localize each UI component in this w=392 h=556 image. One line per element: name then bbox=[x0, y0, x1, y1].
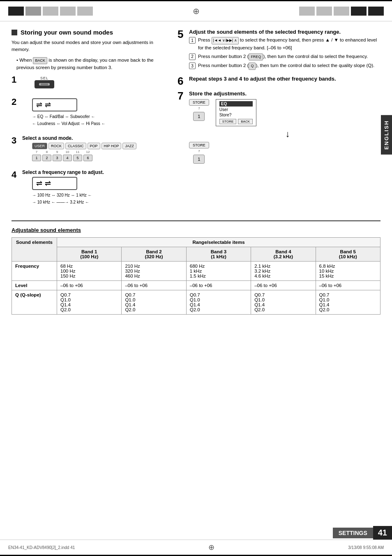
bottom-bar-left: EN34-41_KD-ADV8490[J]_2.indd 41 bbox=[8, 545, 75, 550]
freq-icon: FREQ bbox=[249, 53, 263, 61]
num-row-labels: 7 8 9 10 11 12 bbox=[32, 150, 168, 154]
step-4: 4 Select a frequency range to adjust. ⇌ … bbox=[12, 169, 168, 210]
adj-heading: Adjustable sound elements bbox=[12, 227, 380, 233]
table-cell-1-0: –06 to +06 bbox=[57, 281, 122, 290]
table-header-band4: Band 4 (3.2 kHz) bbox=[251, 247, 316, 262]
eq-popup-title: EQ bbox=[219, 101, 253, 107]
top-bar: ⊕ bbox=[0, 0, 392, 21]
freq-chain-1: → 100 Hz ↔ 320 Hz ↔ 1 kHz ← bbox=[32, 192, 168, 199]
step-1-num: 1 bbox=[12, 74, 19, 93]
q-icon: Q bbox=[249, 63, 256, 70]
top-bar-block-1 bbox=[8, 7, 24, 16]
mode-pop[interactable]: POP bbox=[88, 143, 100, 149]
sub-step-5-1-text: Press |◄◄ ∨/▶▶| ∧ to select the frequenc… bbox=[198, 37, 380, 51]
page: ⊕ ENGLISH Storing your own sound modes Y… bbox=[0, 0, 392, 556]
two-col: Storing your own sound modes You can adj… bbox=[12, 29, 380, 214]
sel-label: SEL bbox=[40, 76, 48, 80]
store-num-btn-2[interactable]: 1 bbox=[193, 155, 205, 164]
store-btn-wrap-2: STORE 7 1 bbox=[189, 142, 209, 164]
eq-popup-back-btn[interactable]: BACK bbox=[238, 119, 253, 124]
section-heading: Storing your own sound modes bbox=[12, 29, 168, 36]
num-btn-5[interactable]: 5 bbox=[73, 155, 82, 161]
top-bar-block-7 bbox=[316, 7, 332, 16]
sel-button-wrap: SEL bbox=[35, 76, 168, 88]
compass-icon-top: ⊕ bbox=[193, 6, 200, 16]
device2-icon: ⇌ bbox=[36, 100, 42, 109]
table-cell-1-3: –06 to +06 bbox=[251, 281, 316, 290]
table-cell-2-2: Q0.7 Q1.0 Q1.4 Q2.0 bbox=[186, 290, 251, 315]
bullet-square-icon bbox=[12, 30, 17, 35]
section-divider bbox=[12, 220, 380, 221]
mode-user[interactable]: USER bbox=[32, 143, 47, 149]
step-3-num: 3 bbox=[12, 135, 19, 165]
mode-classic[interactable]: CLASSIC bbox=[65, 143, 86, 149]
svg-rect-1 bbox=[41, 83, 48, 85]
step-2: 2 ⇌ ⇌ → EQ ↔ Fad/Bal ↔ Subwoofer ← ← Lou… bbox=[12, 97, 168, 131]
eq-popup-area: EQ User Store? STORE BACK bbox=[216, 99, 256, 126]
step-3-content: Select a sound mode. USER ROCK CLASSIC P… bbox=[22, 135, 168, 165]
table-header-sound: Sound elements bbox=[12, 238, 57, 262]
section-intro: You can adjust the sound modes and store… bbox=[12, 39, 168, 53]
freq-chain: → 100 Hz ↔ 320 Hz ↔ 1 kHz ← → 10 kHz ← —… bbox=[32, 192, 168, 206]
mode-hiphop[interactable]: HIP HOP bbox=[101, 143, 122, 149]
mode-jazz[interactable]: JAZZ bbox=[122, 143, 136, 149]
eq-popup-line2: Store? bbox=[219, 113, 253, 117]
store-num-2: 7 bbox=[198, 149, 200, 153]
store-num-btn-1[interactable]: 1 bbox=[193, 112, 205, 121]
num-btn-3[interactable]: 3 bbox=[53, 155, 62, 161]
table-cell-0-3: 2.1 kHz 3.2 kHz 4.6 kHz bbox=[251, 262, 316, 281]
sub-num-2: 2 bbox=[189, 53, 196, 60]
top-bar-block-3 bbox=[43, 7, 58, 16]
step-1-content: SEL bbox=[22, 74, 168, 93]
step-3-label: Select a sound mode. bbox=[22, 135, 73, 141]
num-btn-4[interactable]: 4 bbox=[63, 155, 72, 161]
step-4-content: Select a frequency range to adjust. ⇌ ⇌ … bbox=[22, 169, 168, 210]
eq-popup: EQ User Store? STORE BACK bbox=[216, 99, 256, 126]
compass-icon-bottom: ⊕ bbox=[208, 543, 214, 552]
table-header-band5: Band 5 (10 kHz) bbox=[316, 247, 380, 262]
step-6-title: Repeat steps 3 and 4 to adjust the other… bbox=[189, 76, 380, 82]
sub-step-5-2: 2 Press number button 2 (FREQ), then tur… bbox=[189, 53, 380, 61]
store-area: STORE 7 1 EQ User Store? bbox=[189, 99, 380, 126]
back-icon: BACK bbox=[33, 57, 47, 65]
num-label-8: 8 bbox=[42, 150, 51, 154]
top-bar-block-5 bbox=[77, 7, 93, 16]
settings-badge: SETTINGS 41 bbox=[333, 526, 392, 540]
mode-buttons: USER ROCK CLASSIC POP HIP HOP JAZZ bbox=[32, 143, 168, 149]
num-btn-1[interactable]: 1 bbox=[32, 155, 41, 161]
device4-wrap: ⇌ ⇌ bbox=[32, 177, 168, 190]
sel-button-icon bbox=[38, 82, 51, 86]
top-bar-block-8 bbox=[334, 7, 349, 16]
sub-num-1: 1 bbox=[189, 37, 196, 44]
table-row-elem-2: Q (Q-slope) bbox=[12, 290, 57, 315]
top-bar-block-10 bbox=[368, 7, 384, 16]
eq-popup-store-btn[interactable]: STORE bbox=[219, 119, 236, 124]
step-7-title: Store the adjustments. bbox=[189, 90, 380, 97]
store-btn-2[interactable]: STORE bbox=[189, 142, 209, 148]
sub-num-3: 3 bbox=[189, 63, 196, 69]
eq-popup-line1: User bbox=[219, 107, 253, 112]
sub-step-5-3-text: Press number button 2 ( Q ), then turn t… bbox=[198, 62, 374, 70]
step-3: 3 Select a sound mode. USER ROCK CLASSIC… bbox=[12, 135, 168, 165]
store-btn-wrap-1: STORE 7 1 bbox=[189, 99, 209, 121]
table-row-elem-0: Frequency bbox=[12, 262, 57, 281]
top-bar-block-6 bbox=[299, 7, 315, 16]
top-bar-right bbox=[299, 7, 384, 16]
table-header-range: Range/selectable items bbox=[57, 238, 380, 247]
num-btn-2[interactable]: 2 bbox=[42, 155, 51, 161]
table-cell-2-1: Q0.7 Q1.0 Q1.4 Q2.0 bbox=[122, 290, 186, 315]
col-right: 5 Adjust the sound elements of the selec… bbox=[178, 29, 380, 214]
device2-wrap: ⇌ ⇌ bbox=[32, 98, 168, 111]
num-label-9: 9 bbox=[53, 150, 62, 154]
table-cell-2-4: Q0.7 Q1.0 Q1.4 Q2.0 bbox=[316, 290, 380, 315]
device2-icon2: ⇌ bbox=[45, 100, 51, 109]
step-7-content: Store the adjustments. STORE 7 1 bbox=[189, 90, 380, 166]
table-cell-1-2: –06 to +06 bbox=[186, 281, 251, 290]
step-6-num: 6 bbox=[178, 76, 186, 86]
num-btn-6[interactable]: 6 bbox=[83, 155, 92, 161]
table-header-band2: Band 2 (320 Hz) bbox=[122, 247, 186, 262]
col-left: Storing your own sound modes You can adj… bbox=[12, 29, 168, 214]
step-6: 6 Repeat steps 3 and 4 to adjust the oth… bbox=[178, 76, 380, 86]
store-btn-1[interactable]: STORE bbox=[189, 99, 209, 106]
mode-rock[interactable]: ROCK bbox=[48, 143, 64, 149]
